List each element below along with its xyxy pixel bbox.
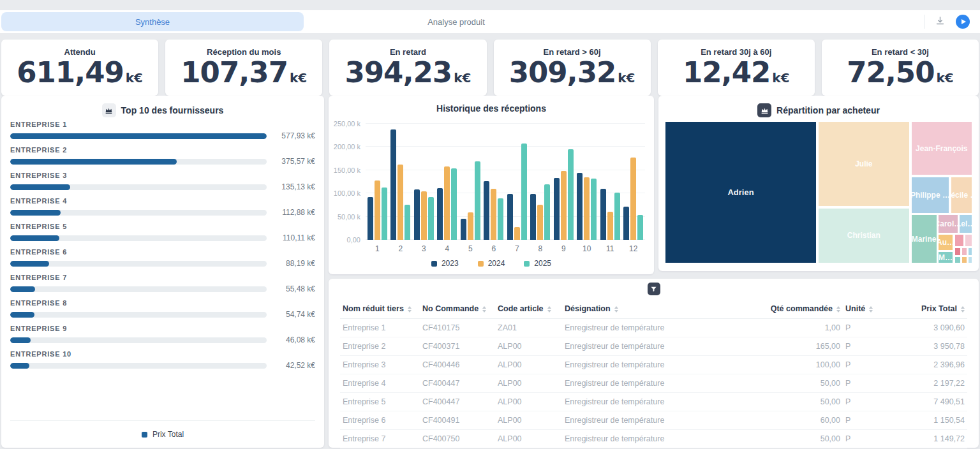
- top10-bar[interactable]: [10, 159, 177, 165]
- hist-bar-2023[interactable]: [530, 194, 536, 240]
- hist-bar-2025[interactable]: [568, 149, 574, 240]
- table-cell: P: [843, 337, 894, 356]
- hist-bar-2024[interactable]: [444, 166, 450, 240]
- treemap-tile-christian[interactable]: Christian: [818, 208, 910, 263]
- column-header-d-signation[interactable]: Désignation: [562, 299, 747, 319]
- hist-bar-2024[interactable]: [397, 165, 403, 240]
- table-cell: CF400447: [420, 374, 495, 393]
- legend-item-2025[interactable]: 2025: [524, 259, 551, 268]
- hist-bar-2024[interactable]: [584, 177, 590, 240]
- top10-bar[interactable]: [10, 210, 61, 216]
- treemap-tile[interactable]: [968, 256, 972, 263]
- sort-icon: [547, 306, 551, 313]
- hist-bar-2025[interactable]: [382, 188, 387, 240]
- column-header-unit-[interactable]: Unité: [843, 299, 894, 319]
- hist-bar-2024[interactable]: [375, 180, 380, 240]
- treemap-tile-au[interactable]: Au…: [938, 234, 953, 251]
- hist-bar-2025[interactable]: [451, 168, 457, 240]
- column-header-qt-command-e[interactable]: Qté commandée: [747, 299, 843, 319]
- treemap-tile[interactable]: [961, 247, 967, 255]
- top10-legend[interactable]: Prix Total: [10, 420, 315, 448]
- month-group: [623, 124, 643, 240]
- hist-bar-2024[interactable]: [561, 171, 567, 240]
- treemap-tile[interactable]: [954, 247, 961, 255]
- top10-bar[interactable]: [10, 337, 31, 343]
- sort-up-arrow: [408, 306, 412, 309]
- top10-item: ENTREPRISE 755,48 k€: [10, 272, 315, 297]
- historique-bars: [366, 124, 645, 240]
- treemap-tile-carol[interactable]: Carol…: [938, 214, 958, 233]
- hist-bar-2024[interactable]: [514, 227, 520, 240]
- treemap-tile-adrien[interactable]: Adrien: [665, 121, 817, 263]
- hist-bar-2025[interactable]: [614, 193, 620, 240]
- table-cell: 1 150,54: [894, 411, 967, 430]
- hist-bar-2025[interactable]: [405, 205, 410, 240]
- hist-bar-2025[interactable]: [475, 161, 480, 240]
- x-axis-label: 11: [600, 244, 620, 253]
- hist-bar-2023[interactable]: [368, 197, 373, 240]
- hist-bar-2025[interactable]: [637, 215, 643, 240]
- hist-bar-2023[interactable]: [577, 173, 583, 240]
- hist-bar-2025[interactable]: [428, 197, 434, 240]
- top10-bar[interactable]: [10, 286, 35, 292]
- treemap-tile-c-cile[interactable]: Cécile …: [951, 177, 972, 214]
- hist-bar-2025[interactable]: [591, 179, 597, 240]
- treemap-tile[interactable]: [954, 256, 961, 263]
- column-header-code-article[interactable]: Code article: [495, 299, 562, 319]
- treemap-tile-julie[interactable]: Julie: [818, 121, 910, 207]
- top10-item-value: 42,52 k€: [273, 361, 315, 370]
- table-filter-button[interactable]: [648, 283, 660, 295]
- hist-bar-2023[interactable]: [600, 189, 606, 240]
- top10-item-bar-row: 42,52 k€: [10, 361, 315, 370]
- treemap-tile-marine[interactable]: Marine: [911, 214, 937, 263]
- download-button[interactable]: [935, 15, 946, 29]
- top10-item-value: 55,48 k€: [273, 284, 315, 293]
- sort-down-arrow: [869, 310, 873, 313]
- hist-bar-2024[interactable]: [421, 191, 427, 240]
- hist-bar-2023[interactable]: [484, 181, 489, 240]
- treemap-tile[interactable]: [954, 234, 964, 247]
- top10-bar[interactable]: [10, 133, 267, 139]
- hist-bar-2024[interactable]: [468, 212, 473, 240]
- kpi-unit: k€: [126, 70, 143, 85]
- top10-bar[interactable]: [10, 363, 29, 369]
- column-header-nom-r-duit-tiers[interactable]: Nom réduit tiers: [340, 299, 420, 319]
- tab-synthese[interactable]: Synthèse: [1, 12, 304, 31]
- hist-bar-2024[interactable]: [491, 189, 496, 240]
- table-cell: 1,00: [747, 319, 843, 337]
- treemap-tile-philippe[interactable]: Philippe …: [911, 177, 950, 214]
- column-header-prix-total[interactable]: Prix Total: [894, 299, 967, 319]
- treemap-tile[interactable]: [961, 256, 967, 263]
- legend-item-2024[interactable]: 2024: [478, 259, 505, 268]
- top10-bar[interactable]: [10, 312, 34, 318]
- table-cell: P: [843, 319, 894, 337]
- treemap-tile[interactable]: [968, 247, 972, 255]
- hist-bar-2025[interactable]: [521, 144, 527, 240]
- top10-bar[interactable]: [10, 184, 70, 190]
- hist-bar-2024[interactable]: [537, 205, 543, 240]
- column-header-no-commande[interactable]: No Commande: [420, 299, 495, 319]
- hist-bar-2025[interactable]: [544, 184, 550, 240]
- treemap-tile[interactable]: [965, 234, 972, 247]
- hist-bar-2023[interactable]: [437, 188, 443, 240]
- top10-bar[interactable]: [10, 261, 49, 267]
- hist-bar-2024[interactable]: [630, 158, 636, 240]
- hist-bar-2023[interactable]: [507, 194, 513, 240]
- legend-item-2023[interactable]: 2023: [431, 259, 459, 268]
- hist-bar-2024[interactable]: [607, 212, 613, 240]
- treemap-tile-lel[interactable]: Lel…: [959, 214, 972, 233]
- hist-bar-2023[interactable]: [390, 129, 396, 240]
- tab-analyse-produit[interactable]: Analyse produit: [305, 12, 607, 31]
- top10-item-value: 112,88 k€: [273, 208, 315, 217]
- hist-bar-2023[interactable]: [414, 189, 420, 240]
- hist-bar-2025[interactable]: [498, 198, 503, 240]
- y-axis-tick: 250,00 k: [331, 120, 360, 128]
- hist-bar-2023[interactable]: [623, 207, 629, 240]
- treemap-tile-m[interactable]: M…: [938, 251, 953, 263]
- top10-bar[interactable]: [10, 235, 59, 241]
- sort-down-arrow: [547, 310, 551, 313]
- hist-bar-2023[interactable]: [554, 178, 560, 240]
- play-button[interactable]: [956, 15, 970, 29]
- hist-bar-2023[interactable]: [461, 219, 466, 240]
- treemap-tile-jean-fran-ois[interactable]: Jean-François: [911, 121, 972, 175]
